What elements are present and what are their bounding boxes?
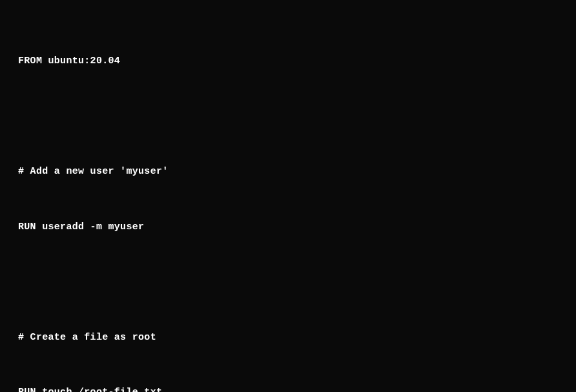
code-line	[18, 273, 558, 292]
code-line: # Add a new user 'myuser'	[18, 163, 558, 181]
code-line: FROM ubuntu:20.04	[18, 52, 558, 71]
dockerfile-code-block: FROM ubuntu:20.04 # Add a new user 'myus…	[18, 15, 558, 392]
code-line: RUN useradd -m myuser	[18, 218, 558, 237]
code-line	[18, 108, 558, 127]
code-line: RUN touch /root-file.txt	[18, 384, 558, 392]
code-line: # Create a file as root	[18, 329, 558, 347]
